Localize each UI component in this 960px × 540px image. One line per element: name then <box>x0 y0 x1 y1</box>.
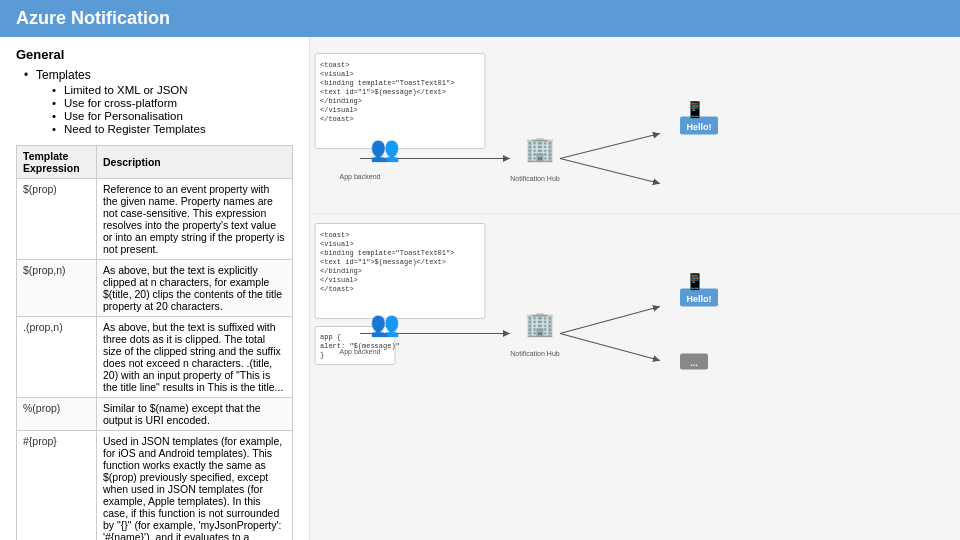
expr-cell: #{prop} <box>17 431 97 541</box>
desc-cell: As above, but the text is explicitly cli… <box>97 260 293 317</box>
svg-text:</toast>: </toast> <box>320 115 354 123</box>
svg-text:👥: 👥 <box>370 309 400 338</box>
svg-text:App backend: App backend <box>340 348 381 356</box>
svg-text:<visual>: <visual> <box>320 240 354 248</box>
col-expression: Template Expression <box>17 146 97 179</box>
svg-text:Hello!: Hello! <box>686 294 711 304</box>
header-title: Azure Notification <box>16 8 170 28</box>
svg-line-9 <box>560 134 660 159</box>
template-bullet: Need to Register Templates <box>52 123 293 135</box>
main-content: General Templates Limited to XML or JSON… <box>0 37 960 540</box>
right-panel: <toast> <visual> <binding template="Toas… <box>310 37 960 540</box>
templates-item: Templates Limited to XML or JSONUse for … <box>24 68 293 135</box>
main-bullet-list: Templates Limited to XML or JSONUse for … <box>16 68 293 135</box>
page-header: Azure Notification <box>0 0 960 37</box>
col-description: Description <box>97 146 293 179</box>
svg-text:Notification Hub: Notification Hub <box>510 350 560 357</box>
svg-text:}: } <box>320 351 324 359</box>
svg-text:<text id="1">$(message)</text>: <text id="1">$(message)</text> <box>320 258 446 266</box>
svg-text:</binding>: </binding> <box>320 267 362 275</box>
svg-text:🏢: 🏢 <box>525 134 555 163</box>
svg-text:<toast>: <toast> <box>320 61 349 69</box>
svg-text:<binding template="ToastText01: <binding template="ToastText01"> <box>320 79 454 87</box>
svg-text:app {: app { <box>320 333 341 341</box>
svg-text:</visual>: </visual> <box>320 106 358 114</box>
template-bullet: Use for cross-platform <box>52 97 293 109</box>
svg-rect-27 <box>315 327 395 365</box>
desc-cell: Used in JSON templates (for example, for… <box>97 431 293 541</box>
svg-text:</binding>: </binding> <box>320 97 362 105</box>
svg-text:<visual>: <visual> <box>320 70 354 78</box>
svg-text:Notification Hub: Notification Hub <box>510 175 560 182</box>
template-bullet: Use for Personalisation <box>52 110 293 122</box>
desc-cell: As above, but the text is suffixed with … <box>97 317 293 398</box>
svg-rect-41 <box>680 354 708 370</box>
expr-cell: $(prop) <box>17 179 97 260</box>
desc-cell: Similar to $(name) except that the outpu… <box>97 398 293 431</box>
table-row: #{prop}Used in JSON templates (for examp… <box>17 431 293 541</box>
svg-text:</toast>: </toast> <box>320 285 354 293</box>
svg-text:<toast>: <toast> <box>320 231 349 239</box>
svg-text:📱: 📱 <box>685 272 705 291</box>
svg-text:Hello!: Hello! <box>686 122 711 132</box>
svg-rect-38 <box>680 289 718 307</box>
templates-sub-list: Limited to XML or JSONUse for cross-plat… <box>36 84 293 135</box>
svg-line-32 <box>560 307 660 334</box>
table-section: Template Expression Description $(prop)R… <box>16 145 293 540</box>
expr-cell: $(prop,n) <box>17 260 97 317</box>
svg-rect-0 <box>315 54 485 149</box>
diagram-svg: <toast> <visual> <binding template="Toas… <box>310 37 960 540</box>
svg-text:...: ... <box>690 358 698 368</box>
svg-text:App backend: App backend <box>340 173 381 181</box>
expr-cell: %(prop) <box>17 398 97 431</box>
svg-text:</visual>: </visual> <box>320 276 358 284</box>
expression-table: Template Expression Description $(prop)R… <box>16 145 293 540</box>
left-panel: General Templates Limited to XML or JSON… <box>0 37 310 540</box>
desc-cell: Reference to an event property with the … <box>97 179 293 260</box>
svg-line-10 <box>560 159 660 184</box>
svg-text:alert: "$(message)": alert: "$(message)" <box>320 342 400 350</box>
table-row: $(prop,n)As above, but the text is expli… <box>17 260 293 317</box>
table-row: .(prop,n)As above, but the text is suffi… <box>17 317 293 398</box>
template-bullet: Limited to XML or JSON <box>52 84 293 96</box>
svg-line-33 <box>560 334 660 361</box>
svg-rect-19 <box>315 224 485 319</box>
table-row: $(prop)Reference to an event property wi… <box>17 179 293 260</box>
svg-text:📱: 📱 <box>685 100 705 119</box>
svg-text:🏢: 🏢 <box>525 309 555 338</box>
general-label: General <box>16 47 293 62</box>
svg-text:<text id="1">$(message)</text>: <text id="1">$(message)</text> <box>320 88 446 96</box>
table-row: %(prop)Similar to $(name) except that th… <box>17 398 293 431</box>
svg-rect-15 <box>680 117 718 135</box>
expr-cell: .(prop,n) <box>17 317 97 398</box>
svg-text:👥: 👥 <box>370 134 400 163</box>
svg-text:<binding template="ToastText01: <binding template="ToastText01"> <box>320 249 454 257</box>
